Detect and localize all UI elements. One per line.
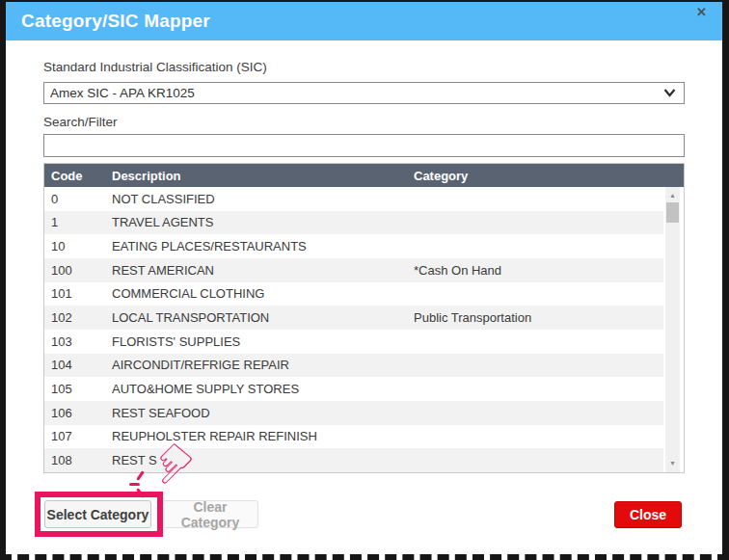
cell-code: 105 <box>44 382 105 396</box>
sic-label: Standard Industrial Classification (SIC) <box>43 60 685 75</box>
table-scrollbar[interactable]: ▲ ▼ <box>665 187 680 472</box>
table-row[interactable]: 104AIRCONDIT/REFRIGE REPAIR <box>44 354 663 378</box>
table-row[interactable]: 103FLORISTS' SUPPLIES <box>44 330 663 354</box>
cell-category: *Cash On Hand <box>409 263 663 278</box>
cell-description: REST SEAFOOD <box>105 406 409 420</box>
dialog-body: Standard Industrial Classification (SIC)… <box>43 60 685 473</box>
table-row[interactable]: 1TRAVEL AGENTS <box>44 211 663 235</box>
chevron-down-icon <box>663 89 676 97</box>
close-button[interactable]: Close <box>614 501 682 528</box>
cell-description: LOCAL TRANSPORTATION <box>105 310 409 325</box>
search-filter-label: Search/Filter <box>43 115 685 130</box>
table-body: 0NOT CLASSIFIED1TRAVEL AGENTS10EATING PL… <box>44 187 684 472</box>
cell-description: AUTO&HOME SUPPLY STORES <box>105 382 409 396</box>
table-row[interactable]: 105AUTO&HOME SUPPLY STORES <box>44 377 663 401</box>
close-icon[interactable]: ✕ <box>696 4 707 21</box>
sic-table: Code Description Category 0NOT CLASSIFIE… <box>43 163 685 473</box>
table-row[interactable]: 101COMMERCIAL CLOTHING <box>44 282 663 307</box>
scroll-down-icon[interactable]: ▼ <box>665 459 680 468</box>
cell-description: REUPHOLSTER REPAIR REFINISH <box>105 429 409 443</box>
cell-description: REST S <box>105 453 409 467</box>
cell-code: 104 <box>44 358 105 372</box>
dialog-header: Category/SIC Mapper <box>6 2 722 40</box>
table-header-row: Code Description Category <box>44 164 684 187</box>
cell-code: 106 <box>44 406 105 420</box>
search-filter-input[interactable] <box>43 134 685 157</box>
cell-code: 108 <box>44 453 105 467</box>
cell-code: 103 <box>44 334 105 349</box>
table-row[interactable]: 108REST S <box>44 448 663 472</box>
cell-code: 0 <box>44 192 105 206</box>
cell-description: COMMERCIAL CLOTHING <box>105 286 409 301</box>
cell-code: 102 <box>44 310 105 325</box>
cell-category: Public Transportation <box>409 310 663 325</box>
cell-code: 10 <box>44 239 105 253</box>
scrollbar-thumb[interactable] <box>666 202 679 223</box>
scroll-up-icon[interactable]: ▲ <box>665 191 680 200</box>
click-burst-icon <box>136 488 145 498</box>
click-burst-icon <box>129 483 140 486</box>
column-header-code[interactable]: Code <box>44 169 105 183</box>
table-row[interactable]: 107REUPHOLSTER REPAIR REFINISH <box>44 425 663 449</box>
dialog-title: Category/SIC Mapper <box>21 11 210 32</box>
cell-code: 100 <box>44 263 105 278</box>
table-rows: 0NOT CLASSIFIED1TRAVEL AGENTS10EATING PL… <box>44 187 684 472</box>
cell-description: TRAVEL AGENTS <box>105 215 409 229</box>
sic-dropdown-value: Amex SIC - APA KR1025 <box>50 86 663 100</box>
table-row[interactable]: 10EATING PLACES/RESTAURANTS <box>44 234 663 258</box>
cell-code: 101 <box>44 286 105 301</box>
cell-description: NOT CLASSIFIED <box>105 192 409 206</box>
table-row[interactable]: 106REST SEAFOOD <box>44 401 663 425</box>
sic-dropdown[interactable]: Amex SIC - APA KR1025 <box>43 82 685 104</box>
column-header-description[interactable]: Description <box>105 169 409 183</box>
clear-category-button[interactable]: Clear Category <box>162 500 258 528</box>
table-row[interactable]: 100REST AMERICAN*Cash On Hand <box>44 258 663 282</box>
column-header-category[interactable]: Category <box>409 169 684 183</box>
cell-code: 1 <box>44 215 105 229</box>
category-sic-mapper-dialog: Category/SIC Mapper ✕ Standard Industria… <box>0 0 729 560</box>
cell-description: AIRCONDIT/REFRIGE REPAIR <box>105 358 409 372</box>
cell-description: EATING PLACES/RESTAURANTS <box>105 239 409 253</box>
cell-code: 107 <box>44 429 105 443</box>
table-row[interactable]: 0NOT CLASSIFIED <box>44 187 663 211</box>
cell-description: REST AMERICAN <box>105 263 409 278</box>
select-category-button[interactable]: Select Category <box>44 500 151 528</box>
table-row[interactable]: 102LOCAL TRANSPORTATIONPublic Transporta… <box>44 306 663 330</box>
cell-description: FLORISTS' SUPPLIES <box>105 334 409 349</box>
